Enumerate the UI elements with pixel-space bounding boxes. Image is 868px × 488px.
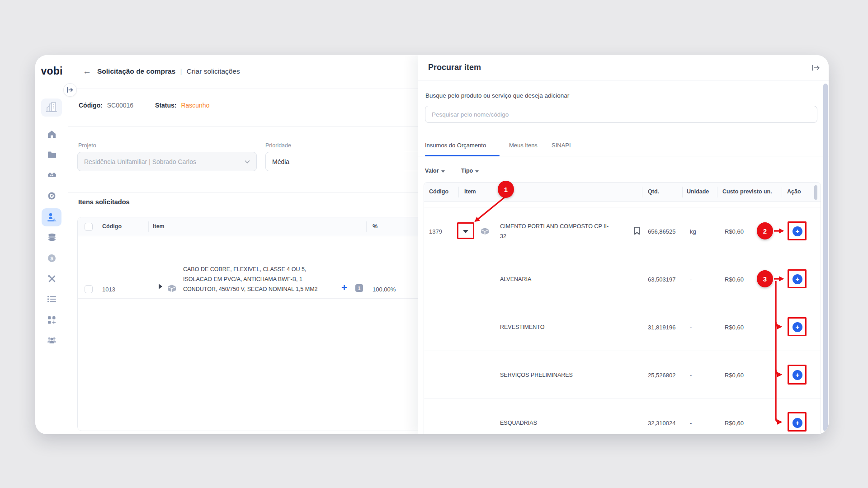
row-item-name: ALVENARIA <box>500 274 613 284</box>
row-unit: - <box>690 324 692 331</box>
company-building-icon <box>46 102 57 113</box>
row-unit: kg <box>690 228 696 235</box>
breadcrumb-separator: | <box>177 67 184 75</box>
filter-valor[interactable]: Valor <box>425 168 445 174</box>
sidebar-item-finance[interactable] <box>35 233 68 241</box>
sidebar-item-lists[interactable] <box>35 296 68 303</box>
package-icon <box>167 284 177 294</box>
handshake-icon <box>47 171 57 178</box>
items-section-title: Itens solicitados <box>78 198 130 206</box>
construction-worker-icon <box>47 213 57 222</box>
project-label: Projeto <box>78 142 96 149</box>
col-qtd: Qtd. <box>648 188 659 195</box>
annotation-step-3: 3 <box>757 270 773 287</box>
filter-tipo[interactable]: Tipo <box>461 168 479 174</box>
search-input[interactable] <box>425 106 817 123</box>
items-table-header: Código Item % <box>78 217 435 236</box>
expand-row-icon[interactable] <box>159 284 162 289</box>
annotation-box-add-3 <box>788 317 807 336</box>
breadcrumb-secondary: Criar solicitações <box>187 67 240 75</box>
code-value: SC00016 <box>104 102 153 109</box>
col-acao: Ação <box>787 188 801 195</box>
sidebar-item-apps[interactable] <box>35 316 68 324</box>
row-item-name: REVESTIMENTO <box>500 322 613 332</box>
col-item: Item <box>464 188 476 195</box>
company-avatar[interactable] <box>41 99 62 117</box>
search-item-panel: Procurar item Busque pelo produto ou ser… <box>418 55 829 434</box>
package-icon <box>480 227 490 237</box>
add-split-button[interactable]: + <box>341 282 347 294</box>
sidebar-item-partners[interactable] <box>35 171 68 178</box>
tab-insumos-do-orcamento[interactable]: Insumos do Orçamento <box>425 142 486 149</box>
sidebar-item-tools[interactable] <box>35 274 68 283</box>
result-row-revestimento: REVESTIMENTO 31,819196 - R$0,60 + <box>424 303 821 351</box>
select-all-checkbox[interactable] <box>85 223 93 231</box>
team-users-icon <box>47 337 57 344</box>
results-table-header: Código Item Qtd. Unidade Custo previsto … <box>424 183 821 202</box>
priority-select-value: Média <box>272 158 289 165</box>
main-content: ← Solicitação de compras | Criar solicit… <box>68 55 418 434</box>
vobi-logo: vobi <box>35 65 68 77</box>
panel-title: Procurar item <box>428 63 481 72</box>
apps-add-icon <box>48 316 56 324</box>
row-qty: 63,503197 <box>648 276 675 283</box>
row-unit: - <box>690 372 692 379</box>
folder-icon <box>47 151 57 159</box>
item-description: CABO DE COBRE, FLEXIVEL, CLASSE 4 OU 5, … <box>183 264 324 294</box>
expand-sidebar-button[interactable] <box>63 83 77 97</box>
count-badge: 1 <box>355 284 363 292</box>
item-code: 1013 <box>102 286 115 293</box>
panel-subtitle: Busque pelo produto ou serviço que desej… <box>425 92 569 99</box>
collapse-panel-icon[interactable] <box>812 65 820 73</box>
active-tab-underline <box>425 155 500 156</box>
sidebar-item-team[interactable] <box>35 337 68 344</box>
tab-sinapi[interactable]: SINAPI <box>552 142 571 149</box>
row-unit: - <box>690 276 692 283</box>
annotation-step-2: 2 <box>757 222 773 239</box>
svg-text:$: $ <box>50 256 53 261</box>
list-icon <box>47 296 56 303</box>
row-cost: R$0,60 <box>725 276 744 283</box>
app-window: vobi <box>35 55 829 434</box>
chevron-down-icon <box>245 160 250 164</box>
sidebar-item-payments[interactable]: $ <box>35 254 68 263</box>
annotation-box-add-1 <box>788 221 807 240</box>
annotation-box-add-5 <box>788 412 807 432</box>
annotation-step-1: 1 <box>498 181 514 198</box>
row-cost: R$0,60 <box>725 420 744 427</box>
breadcrumb-primary[interactable]: Solicitação de compras <box>97 67 175 75</box>
sidebar-item-dashboard[interactable] <box>35 192 68 200</box>
row-qty: 656,86525 <box>648 228 675 235</box>
caret-down-icon <box>475 170 479 173</box>
request-code-row: Código: SC00016 Status: Rascunho <box>79 102 209 109</box>
row-cost: R$0,60 <box>725 324 744 331</box>
coins-stack-icon <box>47 233 57 241</box>
row-qty: 32,310024 <box>648 420 675 427</box>
row-checkbox[interactable] <box>85 285 93 293</box>
row-qty: 25,526802 <box>648 372 675 379</box>
result-row-esquadrias: ESQUADRIAS 32,310024 - R$0,60 + <box>424 399 821 434</box>
results-table: Código Item Qtd. Unidade Custo previsto … <box>424 182 821 434</box>
row-item-name: CIMENTO PORTLAND COMPOSTO CP II-32 <box>500 221 613 241</box>
table-scrollbar-thumb[interactable] <box>814 185 817 200</box>
bar-arrow-right-icon <box>67 87 73 93</box>
col-unidade: Unidade <box>687 188 709 195</box>
tools-icon <box>47 274 57 283</box>
sidebar-item-home[interactable] <box>35 130 68 138</box>
back-arrow-icon[interactable]: ← <box>83 66 91 76</box>
row-cost: R$0,60 <box>725 372 744 379</box>
sidebar-item-projects[interactable] <box>35 151 68 159</box>
annotation-box-dropdown <box>457 222 474 239</box>
row-cost: R$0,60 <box>725 228 744 235</box>
project-select-value: Residência Unifamiliar | Sobrado Carlos <box>84 158 196 165</box>
project-select[interactable]: Residência Unifamiliar | Sobrado Carlos <box>77 152 257 171</box>
row-item-name: ESQUADRIAS <box>500 418 613 428</box>
items-table: Código Item % 1013 CABO DE COBRE, FLEXIV… <box>77 217 435 431</box>
priority-label: Prioridade <box>265 142 291 149</box>
sidebar-item-construction-active[interactable] <box>42 208 61 226</box>
tab-meus-itens[interactable]: Meus itens <box>509 142 538 149</box>
item-percent: 100,00% <box>373 286 396 293</box>
panel-scrollbar[interactable] <box>823 84 828 432</box>
sidebar: vobi <box>35 55 68 434</box>
bookmark-icon[interactable] <box>633 226 641 237</box>
